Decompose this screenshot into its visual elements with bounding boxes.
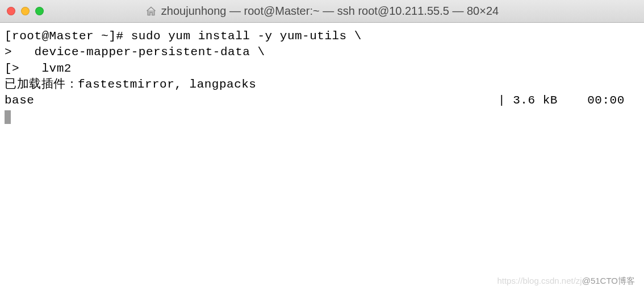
cursor-icon <box>5 110 11 124</box>
repo-progress: | 3.6 kB 00:00 <box>498 93 639 109</box>
watermark-faint: https://blog.csdn.net/zj <box>497 276 582 285</box>
shell-prompt: [root@Master ~]# <box>5 30 131 43</box>
terminal-line: > device-mapper-persistent-data \ <box>5 44 639 60</box>
yum-status-line: base | 3.6 kB 00:00 <box>5 93 639 109</box>
close-icon[interactable] <box>7 7 15 15</box>
repo-name: base <box>5 93 34 109</box>
watermark: https://blog.csdn.net/zj@51CTO博客 <box>497 276 635 287</box>
window-titlebar: zhoujunhong — root@Master:~ — ssh root@1… <box>0 0 644 23</box>
cursor-line <box>5 109 639 126</box>
maximize-icon[interactable] <box>35 7 44 15</box>
minimize-icon[interactable] <box>21 7 30 15</box>
terminal-line: [> lvm2 <box>5 61 639 77</box>
terminal-line: 已加载插件：fastestmirror, langpacks <box>5 77 639 93</box>
terminal-area[interactable]: [root@Master ~]# sudo yum install -y yum… <box>0 23 644 130</box>
shell-command: sudo yum install -y yum-utils \ <box>131 30 362 43</box>
home-icon <box>145 6 157 17</box>
terminal-line: [root@Master ~]# sudo yum install -y yum… <box>5 28 639 44</box>
traffic-lights <box>7 7 44 15</box>
title-wrap: zhoujunhong — root@Master:~ — ssh root@1… <box>0 5 644 18</box>
watermark-dark: @51CTO博客 <box>582 276 635 285</box>
window-title: zhoujunhong — root@Master:~ — ssh root@1… <box>161 5 499 18</box>
